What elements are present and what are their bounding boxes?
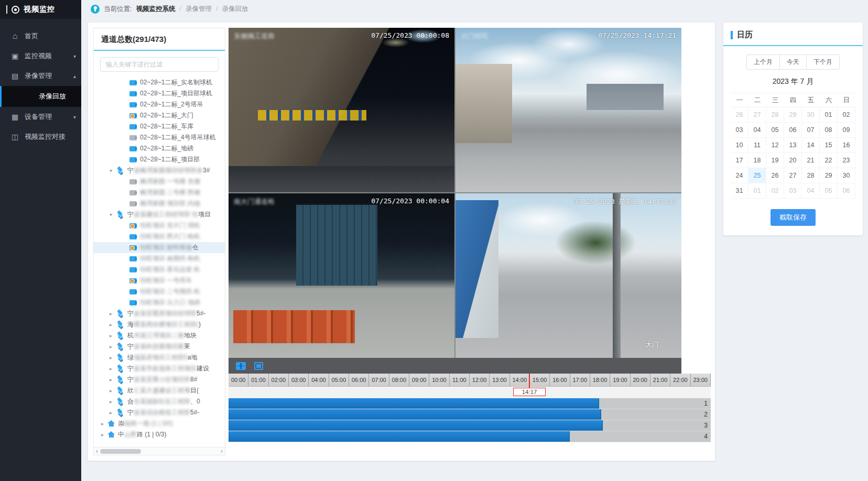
sidebar-nav-item[interactable]: 监控视频 ▾ [0, 46, 81, 66]
tree-item[interactable]: 中山西路 (1 | 0/3) [94, 429, 225, 440]
hour-cell[interactable]: 15:00 [530, 374, 550, 386]
calendar-day[interactable]: 02 [838, 107, 855, 123]
tree-item[interactable]: 02~28~1二标_实名制球机 [94, 77, 225, 88]
calendar-day[interactable]: 27 [748, 107, 766, 123]
tree-item[interactable]: 宁波某安置小区项目部8# [94, 374, 225, 385]
calendar-day[interactable]: 04 [802, 183, 820, 199]
tree-item[interactable]: 02~28~1二标_车库 [94, 121, 225, 132]
tree-item[interactable]: 02~28~1二标_4号塔吊球机 [94, 132, 225, 143]
tree-item[interactable]: 宁波某建设工程经理部 恒项目 [94, 209, 225, 220]
tree-item[interactable]: 恒旺项目 西大门 枪机 [94, 231, 225, 242]
tree-item[interactable]: 恒旺项目 出入口 地磅 [94, 297, 225, 308]
hour-cell[interactable]: 09:00 [409, 374, 429, 386]
hour-cell[interactable]: 07:00 [369, 374, 389, 386]
tree-expander-icon[interactable] [110, 311, 116, 316]
tree-item[interactable]: 02~28~1二标_大门 [94, 110, 225, 121]
hour-cell[interactable]: 12:00 [470, 374, 490, 386]
calendar-day[interactable]: 10 [731, 138, 748, 153]
calendar-day[interactable]: 16 [838, 138, 855, 153]
tree-item[interactable]: 恒旺项目 二号围挡 机 [94, 286, 225, 297]
tree-item[interactable]: 宁波某科技园项目紫莱 [94, 341, 225, 352]
tree-expander-icon[interactable] [110, 212, 116, 217]
hour-cell[interactable]: 21:00 [650, 374, 670, 386]
tree-expander-icon[interactable] [101, 432, 107, 438]
tree-expander-icon[interactable] [110, 322, 116, 327]
calendar-day[interactable]: 26 [731, 107, 748, 123]
hour-cell[interactable]: 14:00 [510, 374, 530, 386]
hour-cell[interactable]: 08:00 [389, 374, 409, 386]
video-cell[interactable]: 大门特写 07/25/2023 14:17:21 [455, 28, 681, 192]
track-row[interactable]: 2 [229, 409, 711, 420]
calendar-day[interactable]: 04 [748, 123, 766, 138]
calendar-day[interactable]: 06 [838, 183, 855, 199]
calendar-day[interactable]: 21 [802, 153, 820, 168]
track-row[interactable]: 1 [229, 398, 711, 409]
calendar-day[interactable]: 15 [820, 138, 838, 153]
breadcrumb-item-record-mgmt[interactable]: 录像管理 [186, 5, 212, 14]
channel-search-input[interactable] [100, 57, 219, 72]
video-cell[interactable]: 东侧施工道路 07/25/2023 00:00:08 [229, 28, 454, 192]
tree-item[interactable]: 枫湾家园 一号楼 东侧 [94, 176, 225, 187]
hour-cell[interactable]: 17:00 [570, 374, 590, 386]
hour-cell[interactable]: 04:00 [309, 374, 329, 386]
sidebar-nav-item[interactable]: 录像管理 ▴ [0, 66, 81, 86]
tree-expander-icon[interactable] [110, 168, 116, 173]
breadcrumb-item-playback[interactable]: 录像回放 [222, 5, 248, 14]
calendar-day[interactable]: 13 [784, 138, 802, 153]
calendar-day[interactable]: 28 [766, 107, 784, 123]
calendar-day[interactable]: 05 [766, 123, 784, 138]
playhead-line[interactable] [529, 374, 530, 389]
calendar-day[interactable]: 23 [838, 153, 855, 168]
calendar-day[interactable]: 18 [748, 153, 766, 168]
tree-expander-icon[interactable] [110, 399, 116, 405]
prev-month-button[interactable]: 上个月 [746, 54, 780, 70]
tree-item[interactable]: 02~28~1二标_项目部 [94, 154, 225, 165]
calendar-day[interactable]: 05 [820, 183, 838, 199]
calendar-day[interactable]: 30 [838, 168, 855, 183]
hour-cell[interactable]: 19:00 [610, 374, 630, 386]
hour-cell[interactable]: 02:00 [269, 374, 289, 386]
tree-item[interactable]: 02~28~1二标_2号塔吊 [94, 99, 225, 110]
scroll-left-icon[interactable]: ‹ [96, 449, 98, 454]
calendar-day[interactable]: 12 [766, 138, 784, 153]
calendar-day[interactable]: 25 [748, 168, 766, 183]
grid-layout-icon[interactable] [236, 362, 246, 370]
calendar-day[interactable]: 29 [784, 107, 802, 123]
tree-item[interactable]: 02~28~1二标_项目部球机 [94, 88, 225, 99]
calendar-day[interactable]: 19 [766, 153, 784, 168]
calendar-day[interactable]: 17 [731, 153, 748, 168]
fullscreen-icon[interactable] [254, 362, 263, 370]
hour-cell[interactable]: 05:00 [329, 374, 349, 386]
track-row[interactable]: 4 [229, 431, 711, 442]
tree-item[interactable]: 枫湾家园 项目部 内场 [94, 198, 225, 209]
calendar-day[interactable]: 30 [802, 107, 820, 123]
hour-cell[interactable]: 20:00 [631, 374, 650, 386]
tree-item[interactable]: 杭州某江湾项目二期地块 [94, 330, 225, 341]
calendar-day[interactable]: 26 [766, 168, 784, 183]
calendar-day[interactable]: 24 [731, 168, 748, 183]
capture-save-button[interactable]: 截取保存 [771, 209, 816, 226]
hour-cell[interactable]: 00:00 [229, 374, 248, 386]
calendar-day[interactable]: 02 [766, 183, 784, 199]
tree-expander-icon[interactable] [110, 388, 116, 393]
breadcrumb-root[interactable]: 视频监控系统 [136, 5, 175, 14]
calendar-day[interactable]: 09 [838, 123, 855, 138]
calendar-day[interactable]: 27 [784, 168, 802, 183]
calendar-day[interactable]: 07 [802, 123, 820, 138]
tree-expander-icon[interactable] [110, 410, 116, 416]
tree-item[interactable]: 宁波枫湾家园项目经理部余3# [94, 165, 225, 176]
tree-expander-icon[interactable] [110, 377, 116, 382]
calendar-day[interactable]: 20 [784, 153, 802, 168]
tree-item[interactable]: 崇福路一期 (1 | 3/0) [94, 418, 225, 429]
calendar-day[interactable]: 14 [802, 138, 820, 153]
calendar-day[interactable]: 03 [731, 123, 748, 138]
hour-cell[interactable]: 22:00 [670, 374, 690, 386]
tree-item[interactable]: 宁波某市政道路工程项目建设 [94, 363, 225, 374]
video-cell[interactable]: 07-25-2023 星期二 14:17:32 大门 [455, 193, 681, 358]
calendar-day[interactable]: 06 [784, 123, 802, 138]
scrollbar-thumb[interactable] [100, 449, 141, 454]
tree-item[interactable]: 欣汇某大厦建设工程项目( [94, 385, 225, 396]
video-cell[interactable]: 南大门通道枪 07/25/2023 00:00:04 [229, 193, 454, 358]
tree-item[interactable]: 宁波某安置房项目经理部5#- [94, 308, 225, 319]
calendar-day[interactable]: 01 [748, 183, 766, 199]
